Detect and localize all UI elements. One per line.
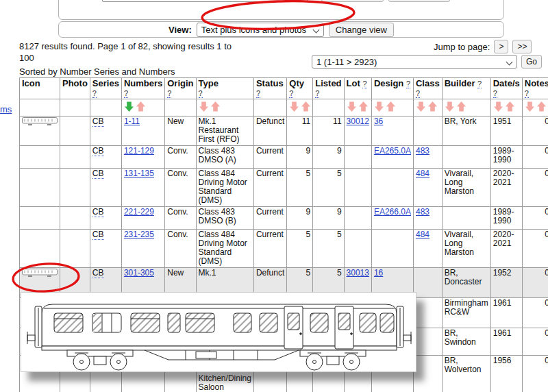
lot-link[interactable]: 30013	[347, 268, 369, 278]
apply-filters-button[interactable]: Apply Filters	[321, 0, 384, 2]
sort-up-arrow[interactable]	[506, 101, 514, 112]
sort-down-arrow[interactable]	[290, 101, 299, 112]
sort-down-arrow[interactable]	[494, 101, 503, 112]
help-icon[interactable]: ?	[362, 79, 366, 88]
help-icon[interactable]: ?	[416, 89, 420, 98]
sort-down-arrow[interactable]	[125, 101, 134, 112]
class-link[interactable]: 483	[416, 207, 429, 217]
numbers-link[interactable]: 131-135	[124, 169, 154, 178]
view-select[interactable]: Text plus icons and photos	[197, 23, 324, 37]
sort-down-arrow[interactable]	[445, 101, 454, 112]
mini-carriage-icon[interactable]	[22, 117, 58, 126]
column-label: Numbers	[124, 78, 162, 88]
cell-dates: 1956	[490, 356, 522, 392]
series-term[interactable]: CB	[92, 146, 104, 156]
series-term[interactable]: CB	[92, 117, 104, 127]
clear-filters-button[interactable]: Clear Filters	[388, 0, 450, 2]
cell-type: Mk.1 Restaurant First (RFO)	[196, 117, 253, 146]
sort-cell-photo	[60, 99, 90, 117]
cell-origin: Conv.	[165, 169, 196, 207]
column-label: Notes	[525, 78, 548, 88]
cell-lot	[344, 230, 371, 268]
page: Search: ? Apply Filters Clear Filters Vi…	[0, 0, 548, 392]
col-header-photo: Photo	[60, 78, 90, 99]
class-link[interactable]: 484	[416, 169, 429, 178]
help-icon[interactable]: ?	[92, 89, 97, 98]
go-button[interactable]: Go	[521, 55, 542, 69]
cell-photo	[60, 146, 90, 169]
cell-lot	[344, 169, 371, 207]
help-icon[interactable]: ?	[493, 89, 497, 98]
sort-down-arrow[interactable]	[525, 101, 534, 112]
sort-down-arrow[interactable]	[199, 101, 208, 112]
sort-up-arrow[interactable]	[301, 101, 310, 112]
series-term[interactable]: CB	[92, 268, 104, 278]
mini-carriage-icon[interactable]	[22, 269, 58, 278]
sort-up-arrow[interactable]	[428, 101, 437, 112]
cell-status: Defunct	[253, 117, 286, 146]
help-icon[interactable]: ?	[256, 89, 260, 98]
numbers-link[interactable]: 231-235	[124, 230, 154, 239]
help-icon[interactable]: ?	[525, 89, 529, 98]
design-link[interactable]: EA265.0A	[374, 146, 411, 156]
partial-left-link[interactable]: ms	[0, 104, 12, 114]
series-term[interactable]: CB	[92, 230, 104, 240]
lot-link[interactable]: 30012	[347, 117, 369, 126]
help-icon[interactable]: ?	[199, 89, 203, 98]
class-link[interactable]: 483	[416, 146, 429, 156]
carriage-drawing	[21, 293, 416, 371]
numbers-link[interactable]: 301-305	[124, 268, 154, 278]
search-help-icon[interactable]: ?	[312, 0, 316, 2]
cell-design: EA265.0A	[371, 146, 413, 169]
numbers-link[interactable]: 121-129	[124, 146, 154, 156]
cell-builder: Birmingham RC&W	[442, 298, 490, 328]
help-icon[interactable]: ?	[315, 89, 319, 98]
cell-photo	[60, 169, 90, 207]
sort-cell-status	[253, 99, 286, 117]
cell-qty: 9	[287, 146, 313, 169]
next-page-button[interactable]: >	[494, 40, 508, 53]
cell-notes: 0	[522, 117, 548, 146]
cell-listed: 5	[313, 169, 344, 207]
help-icon[interactable]: ?	[406, 79, 410, 88]
view-select-value: Text plus icons and photos	[201, 25, 306, 35]
help-icon[interactable]: ?	[167, 89, 171, 98]
series-term[interactable]: CB	[92, 169, 104, 179]
cell-builder: BR, Doncaster	[442, 268, 490, 298]
cell-design	[371, 230, 413, 268]
numbers-link[interactable]: 221-229	[124, 207, 154, 217]
help-icon[interactable]: ?	[124, 89, 128, 98]
numbers-link[interactable]: 1-11	[124, 117, 140, 126]
cell-dates: 1951	[490, 117, 522, 146]
last-page-button[interactable]: >>	[512, 40, 532, 53]
sort-up-arrow[interactable]	[457, 101, 466, 112]
design-link[interactable]: 16	[374, 268, 383, 278]
sort-up-arrow[interactable]	[537, 101, 546, 112]
cell-series: CB	[90, 117, 121, 146]
design-link[interactable]: EA266.0A	[374, 207, 411, 217]
cell-listed: 9	[313, 146, 344, 169]
change-view-button[interactable]: Change view	[329, 23, 394, 37]
cell-class: 484	[413, 230, 442, 268]
sort-down-arrow[interactable]	[347, 101, 356, 112]
help-icon[interactable]: ?	[477, 79, 482, 88]
search-input[interactable]	[102, 0, 308, 2]
class-link[interactable]: 484	[416, 230, 429, 239]
sort-up-arrow[interactable]	[359, 101, 368, 112]
sort-up-arrow[interactable]	[136, 101, 145, 112]
help-icon[interactable]: ?	[289, 89, 293, 98]
col-header-numbers: Numbers?	[121, 78, 164, 99]
page-select[interactable]: 1 (1-11 > 2923)	[312, 55, 517, 69]
sort-up-arrow[interactable]	[211, 101, 220, 112]
series-term[interactable]: CB	[92, 207, 104, 217]
col-header-design: Design ?	[371, 78, 413, 99]
sort-up-arrow[interactable]	[386, 101, 395, 112]
cell-dates: 1989-1990	[490, 207, 522, 230]
cell-design: EA266.0A	[371, 207, 413, 230]
design-link[interactable]: 36	[374, 117, 383, 126]
sort-down-arrow[interactable]	[375, 101, 384, 112]
sort-cell-lot	[344, 99, 371, 117]
view-label: View:	[169, 25, 192, 35]
sort-down-arrow[interactable]	[416, 101, 425, 112]
cell-origin: New	[165, 117, 196, 146]
